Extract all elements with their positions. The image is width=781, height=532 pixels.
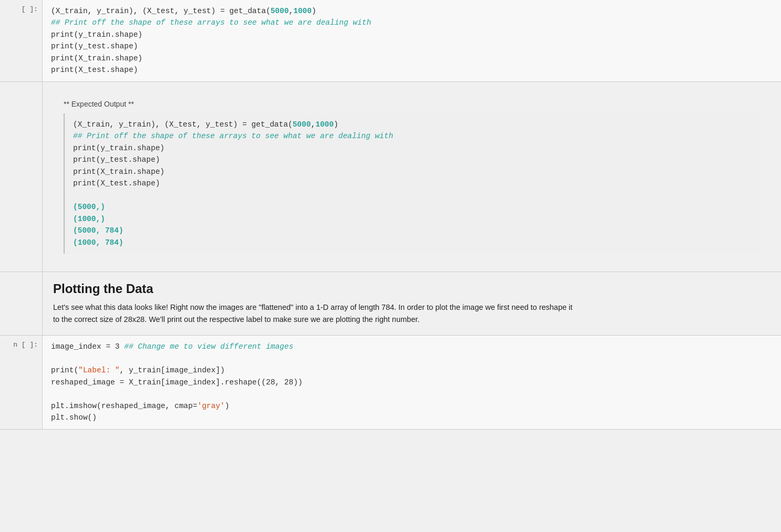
markdown-gutter-plotting xyxy=(0,272,42,335)
section-heading-plotting: Plotting the Data xyxy=(53,281,770,296)
expected-block: (X_train, y_train), (X_test, y_test) = g… xyxy=(64,113,760,254)
expected-output-label: ** Expected Output ** xyxy=(53,91,770,108)
expected-code: (X_train, y_train), (X_test, y_test) = g… xyxy=(73,119,752,248)
cell-gutter-2: n [ ]: xyxy=(0,336,42,429)
cell-label-2: n [ ]: xyxy=(13,341,38,349)
code-cell-2: n [ ]: image_index = 3 ## Change me to v… xyxy=(0,336,781,429)
cell-label-1: [ ]: xyxy=(22,5,38,13)
markdown-text-plotting: Let's see what this data looks like! Rig… xyxy=(53,301,770,326)
code-block-2: image_index = 3 ## Change me to view dif… xyxy=(51,341,773,423)
cell-gutter-1: [ ]: xyxy=(0,0,42,81)
expected-gutter xyxy=(0,82,42,272)
notebook-container: [ ]: (X_train, y_train), (X_test, y_test… xyxy=(0,0,781,430)
code-block-1: (X_train, y_train), (X_test, y_test) = g… xyxy=(51,5,773,76)
markdown-content-plotting: Plotting the Data Let's see what this da… xyxy=(42,272,781,335)
markdown-cell-plotting: Plotting the Data Let's see what this da… xyxy=(0,272,781,336)
cell-content-1[interactable]: (X_train, y_train), (X_test, y_test) = g… xyxy=(42,0,781,81)
expected-output-section: ** Expected Output ** (X_train, y_train)… xyxy=(0,82,781,272)
cell-content-2[interactable]: image_index = 3 ## Change me to view dif… xyxy=(42,336,781,429)
expected-output-content: ** Expected Output ** (X_train, y_train)… xyxy=(42,82,781,272)
code-cell-1: [ ]: (X_train, y_train), (X_test, y_test… xyxy=(0,0,781,82)
